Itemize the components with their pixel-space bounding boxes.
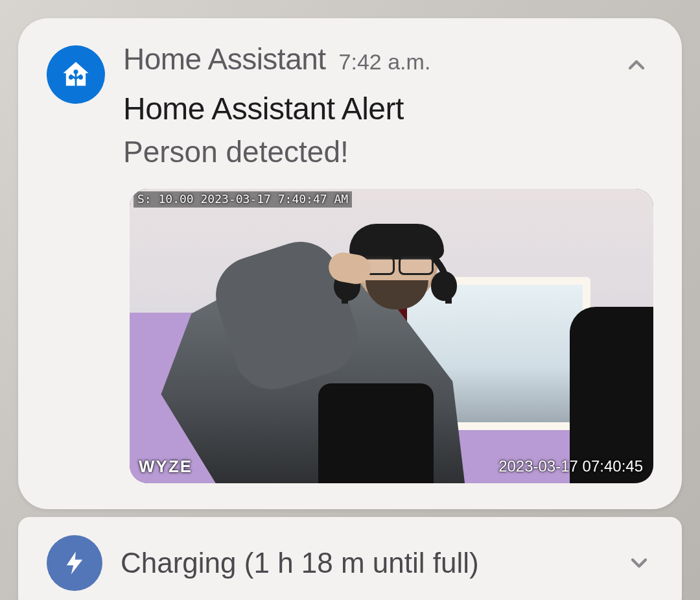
- notification-body: Person detected!: [123, 134, 653, 169]
- notification-header: Home Assistant 7:42 a.m. Home Assistant …: [47, 45, 653, 169]
- camera-scene: [130, 189, 653, 483]
- camera-timestamp: 2023-03-17 07:40:45: [498, 457, 643, 475]
- camera-watermark: WYZE: [139, 457, 192, 477]
- camera-osd-top: S: 10.00 2023-03-17 7:40:47 AM: [134, 191, 352, 208]
- notification-time: 7:42 a.m.: [339, 49, 431, 75]
- app-name: Home Assistant: [123, 42, 326, 77]
- charging-status: Charging (1 h 18 m until full): [121, 547, 607, 579]
- notification-card[interactable]: Home Assistant 7:42 a.m. Home Assistant …: [18, 18, 682, 509]
- lightning-bolt-icon: [47, 535, 102, 591]
- chevron-up-icon: [624, 52, 649, 78]
- chevron-down-icon: [626, 550, 652, 576]
- expand-button[interactable]: [625, 549, 653, 577]
- notification-title: Home Assistant Alert: [123, 91, 653, 126]
- collapse-button[interactable]: [622, 51, 651, 79]
- camera-snapshot[interactable]: S: 10.00 2023-03-17 7:40:47 AM WYZE 2023…: [130, 189, 653, 483]
- home-assistant-icon: [47, 45, 105, 104]
- system-notification-card[interactable]: Charging (1 h 18 m until full): [18, 517, 682, 600]
